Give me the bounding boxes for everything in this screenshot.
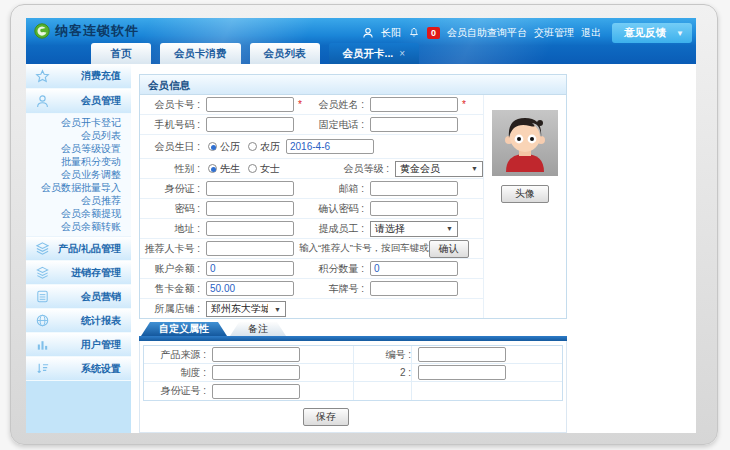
window-frame: 纳客连锁软件 长阳 0 会员自助查询平台 交班管理 退出 意见反馈 ▼ 首页 会… [10, 4, 718, 445]
account-balance-input[interactable] [206, 261, 294, 276]
tab-card-consume[interactable]: 会员卡消费 [160, 43, 241, 64]
sidebar: 消费充值 会员管理 会员开卡登记 会员列表 会员等级设置 批量积分变动 会员业务… [26, 64, 131, 433]
custom-tab-bar: 自定义属性 备注 [139, 322, 567, 336]
chevron-down-icon: ▼ [465, 165, 478, 172]
link-member-portal[interactable]: 会员自助查询平台 [447, 26, 527, 40]
sidebar-subitem-open-card[interactable]: 会员开卡登记 [26, 116, 131, 129]
tab-home[interactable]: 首页 [91, 43, 151, 64]
globe-icon [26, 313, 54, 328]
close-icon[interactable]: × [399, 43, 405, 64]
table-row: 制度 : 2 : [144, 364, 562, 382]
mobile-input[interactable] [206, 117, 294, 132]
required-mark: * [458, 99, 470, 110]
radio-gender-male[interactable] [208, 164, 217, 173]
sidebar-subitem-batch-import[interactable]: 会员数据批量导入 [26, 181, 131, 194]
birthday-input[interactable] [286, 139, 374, 154]
chevron-down-icon: ▼ [440, 225, 453, 232]
user-icon [362, 27, 374, 39]
member-level-select[interactable]: 黄金会员 ▼ [395, 161, 483, 177]
chevron-down-icon: ▼ [676, 29, 684, 38]
email-input[interactable] [370, 181, 458, 196]
confirm-password-input[interactable] [370, 201, 458, 216]
id-card-input[interactable] [206, 181, 294, 196]
field-label: 售卡金额 : [140, 282, 200, 296]
sidebar-item-member-management[interactable]: 会员管理 [26, 89, 131, 114]
referrer-card-input[interactable] [206, 241, 294, 256]
feedback-button[interactable]: 意见反馈 ▼ [612, 23, 692, 43]
table-row: 身份证号 : [144, 382, 562, 400]
sidebar-item-label: 用户管理 [54, 338, 131, 352]
custom-attributes-body: 产品来源 : 编号 : 制度 : 2 : 身份证号 : [139, 341, 567, 433]
avatar-button[interactable]: 头像 [501, 185, 549, 203]
form-row: 密码 : 确认密码 : [140, 199, 483, 219]
form-row: 性别 : 先生 女士 会员等级 : 黄金会员 ▼ [140, 159, 483, 179]
tab-remark[interactable]: 备注 [230, 322, 286, 336]
telephone-input[interactable] [370, 117, 458, 132]
person-icon [26, 94, 54, 109]
field2-input[interactable] [418, 365, 506, 380]
commission-staff-select[interactable]: 请选择 ▼ [370, 221, 458, 237]
member-name-input[interactable] [370, 97, 458, 112]
address-input[interactable] [206, 221, 294, 236]
plate-number-input[interactable] [370, 281, 458, 296]
sidebar-item-statistics[interactable]: 统计报表 [26, 309, 131, 333]
sidebar-item-label: 会员营销 [54, 290, 131, 304]
radio-lunar-calendar[interactable] [248, 142, 257, 151]
system-input[interactable] [212, 365, 300, 380]
selected-value: 黄金会员 [400, 162, 440, 176]
link-logout[interactable]: 退出 [581, 26, 601, 40]
app-title: 纳客连锁软件 [55, 22, 139, 40]
field-label: 会员卡号 : [140, 98, 200, 112]
notification-badge[interactable]: 0 [427, 27, 440, 39]
member-form: 会员卡号 : * 会员姓名 : * 手机号码 : 固定电话 : 会员生日 : [140, 95, 483, 318]
id-number-input[interactable] [212, 384, 300, 399]
layers-icon [26, 241, 54, 256]
sidebar-subitem-member-referral[interactable]: 会员推荐 [26, 194, 131, 207]
stack-icon [26, 265, 54, 280]
field-label: 车牌号 : [306, 282, 364, 296]
card-price-input[interactable] [206, 281, 294, 296]
tab-member-list[interactable]: 会员列表 [250, 43, 320, 64]
user-bar: 长阳 0 会员自助查询平台 交班管理 退出 意见反馈 ▼ [362, 22, 692, 44]
current-user[interactable]: 长阳 [381, 26, 401, 40]
radio-solar-calendar[interactable] [208, 142, 217, 151]
main-content: 会员信息 会员卡号 : * 会员姓名 : * 手机号码 : 固定电话 : [131, 64, 696, 433]
nav-tab-bar: 首页 会员卡消费 会员列表 会员开卡... × [91, 43, 419, 64]
link-shift-management[interactable]: 交班管理 [534, 26, 574, 40]
sidebar-item-system-settings[interactable]: 系统设置 [26, 357, 131, 381]
sidebar-item-consume-recharge[interactable]: 消费充值 [26, 64, 131, 89]
tab-custom-attributes[interactable]: 自定义属性 [141, 322, 227, 336]
form-row: 会员生日 : 公历 农历 [140, 135, 483, 159]
save-button[interactable]: 保存 [303, 408, 349, 426]
number-input[interactable] [418, 347, 506, 362]
sidebar-item-user-management[interactable]: 用户管理 [26, 333, 131, 357]
store-select[interactable]: 郑州东大学城华水 ▼ [206, 301, 286, 317]
sidebar-subitem-business-adjust[interactable]: 会员业务调整 [26, 168, 131, 181]
sidebar-member-submenu: 会员开卡登记 会员列表 会员等级设置 批量积分变动 会员业务调整 会员数据批量导… [26, 114, 131, 237]
sidebar-subitem-balance-transfer[interactable]: 会员余额转账 [26, 220, 131, 233]
sidebar-item-product-gift[interactable]: 产品/礼品管理 [26, 237, 131, 261]
app-logo-icon [34, 23, 50, 39]
password-input[interactable] [206, 201, 294, 216]
field-label: 密码 : [140, 202, 200, 216]
sidebar-subitem-level-setting[interactable]: 会员等级设置 [26, 142, 131, 155]
sidebar-item-inventory[interactable]: 进销存管理 [26, 261, 131, 285]
cell-label: 编号 : [354, 346, 412, 363]
points-input[interactable] [370, 261, 458, 276]
custom-attributes-table: 产品来源 : 编号 : 制度 : 2 : 身份证号 : [143, 345, 563, 401]
form-row: 手机号码 : 固定电话 : [140, 115, 483, 135]
brand: 纳客连锁软件 [34, 22, 139, 40]
confirm-button[interactable]: 确认 [429, 240, 469, 258]
sidebar-subitem-member-list[interactable]: 会员列表 [26, 129, 131, 142]
bell-icon[interactable] [408, 27, 420, 39]
product-source-input[interactable] [212, 347, 300, 362]
card-number-input[interactable] [206, 97, 294, 112]
bar-chart-icon [26, 337, 54, 352]
sidebar-subitem-balance-withdraw[interactable]: 会员余额提现 [26, 207, 131, 220]
tab-member-open-card[interactable]: 会员开卡... × [329, 43, 420, 64]
radio-gender-female[interactable] [248, 164, 257, 173]
field-label: 地址 : [140, 222, 200, 236]
sidebar-subitem-batch-points[interactable]: 批量积分变动 [26, 155, 131, 168]
radio-label: 公历 [220, 140, 240, 154]
sidebar-item-member-marketing[interactable]: 会员营销 [26, 285, 131, 309]
